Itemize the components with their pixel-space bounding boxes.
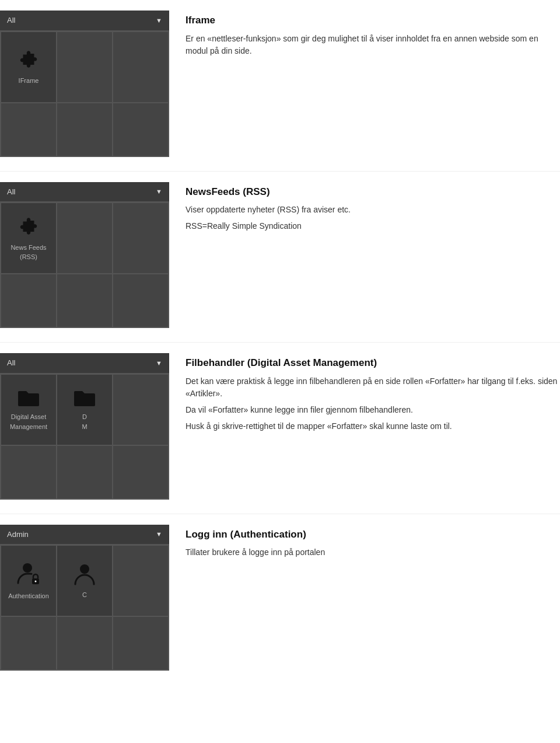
filbehandler-desc-2: Husk å gi skrive-rettighet til de mapper… xyxy=(186,420,560,433)
dam2-module-label: DM xyxy=(82,412,87,431)
filbehandler-desc-0: Det kan være praktisk å legge inn filbeh… xyxy=(186,375,560,400)
filbehandler-empty-3 xyxy=(57,446,112,498)
module-cell-dam[interactable]: Digital AssetManagement xyxy=(1,375,56,445)
person-lock-icon xyxy=(17,562,40,587)
authentication-module-label: Authentication xyxy=(8,591,49,601)
newsfeeds-desc-0: Viser oppdaterte nyheter (RSS) fra avise… xyxy=(186,204,560,217)
filbehandler-empty-2 xyxy=(1,446,56,498)
newsfeeds-empty-1 xyxy=(57,203,112,273)
module-cell-empty-1 xyxy=(57,32,112,102)
authentication-empty-3 xyxy=(57,617,112,669)
iframe-title: Iframe xyxy=(186,13,560,28)
filbehandler-left-panel: All ▼ Digital AssetManagement DM xyxy=(0,353,169,500)
iframe-right-panel: Iframe Er en «nettleser-funksjon» som gi… xyxy=(186,11,560,157)
newsfeeds-module-grid: News Feeds (RSS) xyxy=(0,202,169,328)
filbehandler-header-label: All xyxy=(7,357,15,369)
authentication-desc-0: Tillater brukere å logge inn på portalen xyxy=(186,546,560,559)
filbehandler-empty-4 xyxy=(113,446,168,498)
svg-point-0 xyxy=(23,563,32,573)
iframe-header-label: All xyxy=(7,15,15,26)
module-cell-auth[interactable]: Authentication xyxy=(1,546,56,616)
iframe-left-panel: All ▼ IFrame xyxy=(0,11,169,157)
authentication-module-grid: Authentication C xyxy=(0,545,169,671)
puzzle-icon xyxy=(18,49,40,71)
filbehandler-right-panel: Filbehandler (Digital Asset Management) … xyxy=(186,353,560,500)
authentication-title: Logg inn (Authentication) xyxy=(186,527,560,542)
newsfeeds-empty-4 xyxy=(57,274,112,327)
module-cell-empty-2 xyxy=(113,32,168,102)
newsfeeds-title: NewsFeeds (RSS) xyxy=(186,184,560,200)
authentication-left-panel: Admin ▼ Authentication xyxy=(0,525,169,671)
iframe-header-arrow: ▼ xyxy=(156,16,162,26)
newsfeeds-right-panel: NewsFeeds (RSS) Viser oppdaterte nyheter… xyxy=(186,182,560,329)
newsfeeds-header-label: All xyxy=(7,186,15,198)
filbehandler-module-grid: Digital AssetManagement DM xyxy=(0,374,169,500)
newsfeeds-empty-2 xyxy=(113,203,168,273)
authentication-header-arrow: ▼ xyxy=(156,529,162,539)
authentication-empty-1 xyxy=(113,546,168,616)
authentication-panel-header[interactable]: Admin ▼ xyxy=(0,525,169,545)
module-cell-empty-5 xyxy=(113,103,168,156)
module-cell-newsfeeds[interactable]: News Feeds (RSS) xyxy=(1,203,56,273)
svg-point-2 xyxy=(35,580,37,582)
iframe-module-label: IFrame xyxy=(19,76,39,86)
folder-icon-dam xyxy=(17,389,40,407)
iframe-module-grid: IFrame xyxy=(0,31,169,157)
module-cell-iframe[interactable]: IFrame xyxy=(1,32,56,102)
auth2-module-label: C xyxy=(82,590,87,600)
newsfeeds-panel-header[interactable]: All ▼ xyxy=(0,182,169,203)
puzzle-icon-newsfeeds xyxy=(18,216,40,238)
authentication-empty-4 xyxy=(113,617,168,669)
folder-icon-dam2 xyxy=(73,389,96,407)
newsfeeds-section: All ▼ News Feeds (RSS) NewsFeeds (RSS) V… xyxy=(0,172,560,343)
filbehandler-title: Filbehandler (Digital Asset Management) xyxy=(186,355,560,371)
module-cell-auth2[interactable]: C xyxy=(57,546,112,616)
newsfeeds-module-label: News Feeds (RSS) xyxy=(5,243,52,262)
newsfeeds-header-arrow: ▼ xyxy=(156,187,162,197)
iframe-section: All ▼ IFrame Iframe Er en «nettleser-fun… xyxy=(0,0,560,172)
filbehandler-section: All ▼ Digital AssetManagement DM xyxy=(0,343,560,514)
module-cell-empty-3 xyxy=(1,103,56,156)
person-icon-auth2 xyxy=(74,563,95,585)
dam-module-label: Digital AssetManagement xyxy=(10,412,47,431)
filbehandler-desc-1: Da vil «Forfatter» kunne legge inn filer… xyxy=(186,404,560,417)
newsfeeds-desc-1: RSS=Really Simple Syndication xyxy=(186,220,560,233)
iframe-desc-0: Er en «nettleser-funksjon» som gir deg m… xyxy=(186,33,560,58)
authentication-right-panel: Logg inn (Authentication) Tillater bruke… xyxy=(186,525,560,671)
newsfeeds-empty-3 xyxy=(1,274,56,327)
module-cell-empty-4 xyxy=(57,103,112,156)
newsfeeds-empty-5 xyxy=(113,274,168,327)
filbehandler-panel-header[interactable]: All ▼ xyxy=(0,353,169,374)
iframe-panel-header[interactable]: All ▼ xyxy=(0,11,169,31)
module-cell-dam2[interactable]: DM xyxy=(57,375,112,445)
svg-point-3 xyxy=(80,564,89,574)
filbehandler-header-arrow: ▼ xyxy=(156,358,162,368)
authentication-section: Admin ▼ Authentication xyxy=(0,514,560,685)
authentication-header-label: Admin xyxy=(7,529,29,540)
filbehandler-empty-1 xyxy=(113,375,168,445)
authentication-empty-2 xyxy=(1,617,56,669)
newsfeeds-left-panel: All ▼ News Feeds (RSS) xyxy=(0,182,169,329)
